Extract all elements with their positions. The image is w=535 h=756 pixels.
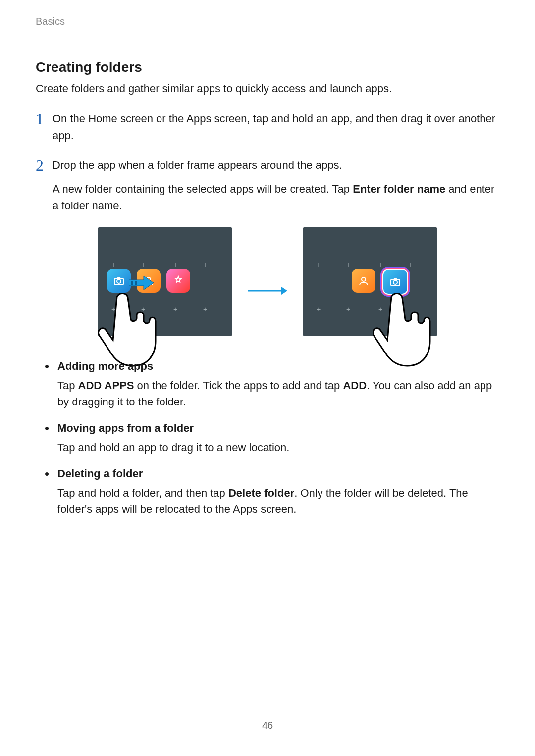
drag-arrow-icon [129,276,155,292]
intro-text: Create folders and gather similar apps t… [36,81,499,97]
text-segment: on the folder. Tick the apps to add and … [134,379,343,392]
bold-segment: Enter folder name [353,183,445,195]
figure-row: + + + + + + + + [36,227,499,336]
text-segment: Tap [57,379,78,392]
bullet-title: Moving apps from a folder [57,422,194,434]
grid-placeholder-icon: + [172,306,178,312]
game-app-icon [166,269,190,293]
grid-placeholder-icon: + [202,262,208,268]
camera-app-icon-folder [382,269,408,295]
step-2-line2: A new folder containing the selected app… [53,181,499,214]
grid-placeholder-icon: + [316,306,321,312]
text-segment: Tap and hold a folder, and then tap [57,487,228,499]
step-1-text: On the Home screen or the Apps screen, t… [53,110,499,144]
arrow-right-icon [248,286,287,298]
bullet-deleting-folder: Deleting a folder Tap and hold a folder,… [45,465,499,517]
grid-placeholder-icon: + [377,262,383,268]
chapter-label: Basics [36,16,65,27]
step-1: 1 On the Home screen or the Apps screen,… [36,110,499,144]
grid-placeholder-icon: + [140,262,146,268]
bullet-list: Adding more apps Tap ADD APPS on the fol… [45,358,499,517]
bullet-adding-apps: Adding more apps Tap ADD APPS on the fol… [45,358,499,410]
header-divider [27,0,27,26]
camera-app-icon [107,269,131,293]
page-number: 46 [0,720,535,731]
text-segment: A new folder containing the selected app… [53,183,353,195]
bullet-moving-apps: Moving apps from a folder Tap and hold a… [45,420,499,455]
svg-point-8 [393,280,397,284]
hand-pointer-icon [373,293,442,367]
bold-segment: ADD APPS [78,379,134,392]
svg-point-1 [117,279,121,283]
grid-placeholder-icon: + [316,262,321,268]
grid-placeholder-icon: + [172,262,178,268]
step-number: 2 [36,157,53,174]
grid-placeholder-icon: + [407,262,413,268]
bold-segment: ADD [343,379,367,392]
hand-pointer-icon [98,293,167,367]
svg-rect-3 [131,281,133,285]
step-2-line1: Drop the app when a folder frame appears… [53,157,499,174]
bullet-title: Deleting a folder [57,467,143,480]
bold-segment: Delete folder [228,487,294,499]
section-title: Creating folders [36,59,499,75]
grid-placeholder-icon: + [345,262,351,268]
svg-point-6 [362,277,366,281]
svg-rect-4 [135,281,137,285]
step-number: 1 [36,110,53,128]
bullet-body: Tap and hold an app to drag it to a new … [57,439,499,455]
page-content: Creating folders Create folders and gath… [36,50,499,527]
bullet-title: Adding more apps [57,360,153,372]
figure-right-wrap: + + + + + + + [303,227,437,336]
grid-placeholder-icon: + [345,306,351,312]
contacts-app-icon [352,269,375,293]
grid-placeholder-icon: + [110,262,116,268]
bullet-body: Tap ADD APPS on the folder. Tick the app… [57,377,499,410]
step-2: 2 Drop the app when a folder frame appea… [36,157,499,214]
grid-placeholder-icon: + [202,306,208,312]
bullet-body: Tap and hold a folder, and then tap Dele… [57,485,499,517]
figure-left-wrap: + + + + + + + + [98,227,232,336]
